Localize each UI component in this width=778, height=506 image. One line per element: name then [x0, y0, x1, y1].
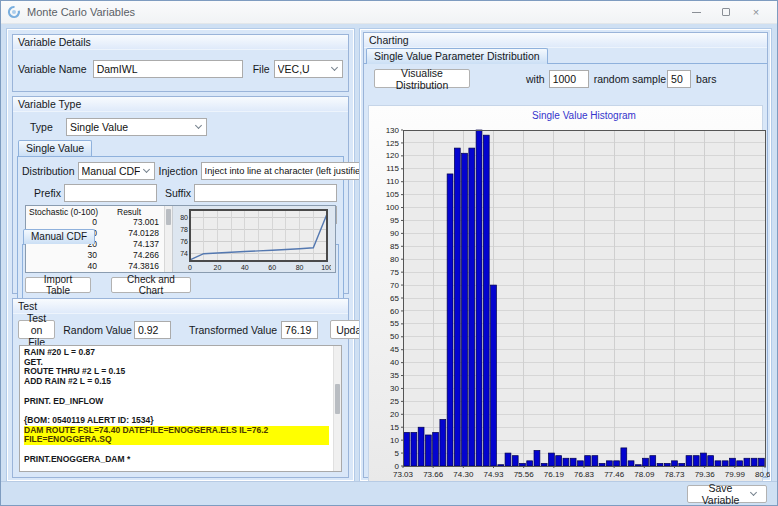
type-combo[interactable]: Single Value — [66, 118, 207, 136]
file-combo-value: VEC,U — [278, 63, 328, 75]
svg-text:125: 125 — [386, 139, 400, 148]
svg-text:74.93: 74.93 — [483, 470, 504, 479]
check-and-chart-button[interactable]: Check and Chart — [111, 277, 191, 293]
random-value-input[interactable] — [134, 321, 171, 339]
transformed-value-input[interactable] — [281, 321, 318, 339]
svg-text:40: 40 — [241, 264, 249, 271]
svg-text:76.83: 76.83 — [574, 470, 595, 479]
tab-single-value-parameter-distribution[interactable]: Single Value Parameter Distribution — [366, 48, 548, 64]
histogram-bar — [730, 458, 736, 466]
prefix-input[interactable] — [64, 184, 157, 202]
svg-text:110: 110 — [386, 177, 399, 186]
histogram-bar — [628, 461, 634, 466]
chevron-down-icon — [143, 166, 150, 173]
svg-text:78: 78 — [180, 226, 188, 233]
svg-text:73.03: 73.03 — [393, 470, 414, 479]
svg-text:70: 70 — [390, 281, 399, 290]
cdf-table-row[interactable]: 073.001 — [29, 217, 172, 228]
transformed-value-label: Transformed Value — [189, 324, 277, 336]
variable-name-input[interactable] — [93, 60, 243, 78]
type-combo-value: Single Value — [70, 121, 192, 133]
tab-manual-cdf[interactable]: Manual CDF — [23, 229, 95, 244]
tab-single-value[interactable]: Single Value — [18, 140, 92, 156]
svg-text:20: 20 — [214, 264, 222, 271]
histogram-bar — [563, 458, 569, 466]
log-scrollbar[interactable] — [333, 346, 341, 471]
histogram-bar — [758, 458, 764, 466]
svg-text:0: 0 — [188, 264, 192, 271]
visualise-distribution-button[interactable]: Visualise Distribution — [374, 69, 470, 88]
svg-text:76.19: 76.19 — [544, 470, 565, 479]
import-table-button[interactable]: Import Table — [25, 277, 91, 293]
random-sample-label: random sample — [594, 73, 666, 85]
save-variable-button[interactable]: Save Variable — [687, 485, 767, 503]
injection-combo[interactable]: Inject into line at character (left just… — [201, 162, 384, 180]
histogram-bar — [476, 130, 482, 466]
left-panel: Variable Details Variable Name File VEC,… — [7, 29, 354, 481]
svg-text:80.63: 80.63 — [755, 470, 770, 479]
svg-text:85: 85 — [390, 242, 399, 251]
close-button[interactable]: × — [741, 2, 771, 22]
svg-text:79.36: 79.36 — [695, 470, 716, 479]
svg-text:78.09: 78.09 — [634, 470, 655, 479]
injection-combo-value: Inject into line at character (left just… — [205, 166, 369, 176]
histogram-bar — [491, 285, 497, 466]
histogram-bar — [433, 432, 439, 466]
suffix-input[interactable] — [194, 184, 337, 202]
cdf-table-scrollbar[interactable] — [164, 206, 172, 272]
histogram-bar — [440, 419, 446, 466]
file-combo[interactable]: VEC,U — [274, 60, 343, 78]
cdf-table-row[interactable]: 3074.266 — [29, 250, 172, 261]
histogram-bar — [686, 456, 692, 466]
svg-text:73.66: 73.66 — [423, 470, 444, 479]
variable-details-title: Variable Details — [13, 35, 348, 50]
chevron-down-icon — [331, 64, 338, 71]
svg-text:20: 20 — [390, 410, 399, 419]
svg-text:74: 74 — [180, 250, 188, 257]
maximize-button[interactable] — [711, 2, 741, 22]
minimize-button[interactable] — [681, 2, 711, 22]
svg-text:35: 35 — [390, 371, 399, 380]
svg-text:115: 115 — [386, 164, 399, 173]
histogram-bar — [418, 427, 424, 466]
bottom-bar: Save Variable — [1, 481, 777, 505]
variable-details-group: Variable Details Variable Name File VEC,… — [12, 34, 349, 92]
svg-text:45: 45 — [390, 345, 399, 354]
histogram-bar — [751, 458, 757, 466]
svg-text:60: 60 — [268, 264, 276, 271]
svg-text:100: 100 — [321, 264, 331, 271]
svg-text:80: 80 — [296, 264, 304, 271]
app-icon — [7, 5, 21, 19]
histogram-bar — [447, 174, 453, 466]
chevron-down-icon — [750, 489, 757, 496]
histogram-bar — [556, 456, 562, 466]
with-label: with — [526, 73, 545, 85]
sample-count-input[interactable] — [549, 70, 589, 88]
histogram-bar — [643, 458, 649, 466]
prefix-label: Prefix — [22, 187, 61, 199]
histogram-bar — [411, 432, 417, 466]
random-value-label: Random Value — [63, 324, 132, 336]
svg-text:105: 105 — [386, 190, 400, 199]
svg-text:74.30: 74.30 — [453, 470, 474, 479]
histogram-bar — [708, 456, 714, 466]
histogram-bar — [737, 461, 743, 466]
svg-text:77.46: 77.46 — [604, 470, 625, 479]
cdf-table-body: 073.0011074.01282074.1373074.2664074.381… — [29, 217, 172, 272]
cdf-col2-header: Result — [117, 207, 141, 217]
svg-text:80: 80 — [390, 255, 399, 264]
cdf-table-row[interactable]: 4074.3816 — [29, 261, 172, 272]
distribution-combo[interactable]: Manual CDF — [78, 162, 156, 180]
svg-text:30: 30 — [390, 384, 399, 393]
histogram-bar — [527, 461, 533, 466]
svg-text:90: 90 — [390, 229, 399, 238]
test-on-file-button[interactable]: Test on File — [18, 320, 55, 339]
test-title: Test — [13, 299, 348, 314]
histogram-bar — [462, 153, 468, 466]
histogram-chart: 0510152025303540455055606570758085909510… — [368, 105, 763, 483]
bars-count-input[interactable] — [667, 70, 691, 88]
histogram-title: Single Value Histogram — [532, 110, 636, 121]
variable-type-group: Variable Type Type Single Value Single V… — [12, 96, 349, 294]
test-log[interactable]: RAIN #20 L = 0.87GET.ROUTE THRU #2 L = 0… — [19, 345, 342, 472]
histogram-bar — [693, 456, 699, 466]
